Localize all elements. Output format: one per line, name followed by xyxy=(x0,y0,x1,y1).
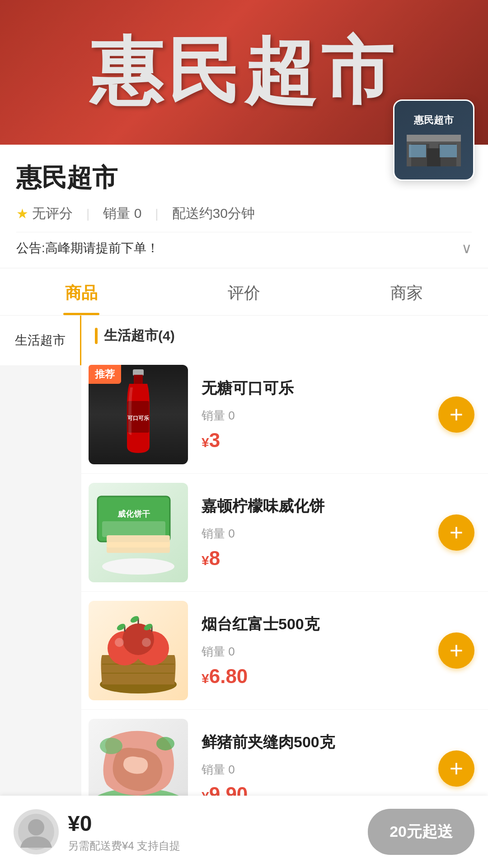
svg-point-15 xyxy=(102,558,174,575)
bottom-bar: ¥0 另需配送费¥4 支持自提 20元起送 xyxy=(0,796,488,868)
cola-bottle-svg: 可口可乐 xyxy=(120,369,156,460)
apple-svg xyxy=(93,605,183,696)
product-image-wrap-wafer: 威化饼干 xyxy=(89,483,188,582)
cart-total: ¥0 xyxy=(68,811,368,836)
category-header: 生活超市 (4) xyxy=(81,316,488,356)
wafer-svg: 威化饼干 xyxy=(93,487,183,578)
svg-point-34 xyxy=(100,738,122,754)
category-name: 生活超市 xyxy=(104,326,158,345)
svg-rect-5 xyxy=(409,145,426,157)
divider-1: | xyxy=(86,207,89,221)
recommend-badge-cola: 推荐 xyxy=(89,365,121,384)
plus-icon-apple: + xyxy=(450,639,463,662)
star-icon: ★ xyxy=(16,206,28,222)
checkout-button[interactable]: 20元起送 xyxy=(368,809,474,855)
cart-price-info: ¥0 另需配送费¥4 支持自提 xyxy=(68,811,368,853)
product-price-wafer: ¥8 xyxy=(202,547,429,570)
product-sales-wafer: 销量 0 xyxy=(202,526,429,542)
store-meta: ★ 无评分 | 销量 0 | 配送约30分钟 xyxy=(16,204,472,223)
add-to-cart-apple[interactable]: + xyxy=(438,632,474,669)
add-to-cart-wafer[interactable]: + xyxy=(438,514,474,551)
svg-point-25 xyxy=(115,638,124,647)
content-area: 生活超市 生活超市 (4) 推荐 xyxy=(0,316,488,828)
svg-text:威化饼干: 威化饼干 xyxy=(117,509,150,519)
divider-2: | xyxy=(155,207,158,221)
product-image-wafer: 威化饼干 xyxy=(89,483,188,582)
svg-point-37 xyxy=(28,819,44,835)
product-sales-apple: 销量 0 xyxy=(202,644,429,660)
store-thumbnail: 惠民超市 xyxy=(393,99,474,181)
product-name-apple: 烟台红富士500克 xyxy=(202,613,429,635)
product-info-wafer: 嘉顿柠檬味威化饼 销量 0 ¥8 xyxy=(197,495,429,570)
delivery-time: 配送约30分钟 xyxy=(172,204,255,223)
tabs-bar: 商品 评价 商家 xyxy=(0,269,488,316)
product-image-wrap-cola: 推荐 可口可乐 xyxy=(89,365,188,464)
product-info-cola: 无糖可口可乐 销量 0 ¥3 xyxy=(197,377,429,452)
svg-rect-3 xyxy=(427,148,441,166)
product-sales-meat: 销量 0 xyxy=(202,762,429,778)
tab-reviews[interactable]: 评价 xyxy=(163,269,325,315)
chevron-down-icon[interactable]: ∨ xyxy=(461,240,472,257)
svg-point-26 xyxy=(142,638,151,647)
tab-merchant[interactable]: 商家 xyxy=(325,269,488,315)
svg-rect-6 xyxy=(440,145,457,157)
notice-text: 公告:高峰期请提前下单！ xyxy=(16,240,159,257)
store-thumbnail-label: 惠民超市 xyxy=(414,114,454,127)
product-item-cola: 推荐 可口可乐 xyxy=(81,356,488,474)
sales-label: 销量 xyxy=(103,206,130,221)
product-image-wrap-apple xyxy=(89,601,188,700)
product-list: 生活超市 (4) 推荐 可口可乐 xyxy=(81,316,488,828)
svg-rect-14 xyxy=(102,521,165,537)
product-sales-cola: 销量 0 xyxy=(202,408,429,424)
cart-subtext: 另需配送费¥4 支持自提 xyxy=(68,839,368,853)
svg-point-35 xyxy=(156,737,174,750)
product-name-wafer: 嘉顿柠檬味威化饼 xyxy=(202,495,429,517)
avatar-icon xyxy=(18,814,54,850)
svg-rect-18 xyxy=(107,535,170,542)
tab-products[interactable]: 商品 xyxy=(0,269,163,315)
svg-rect-8 xyxy=(134,375,143,384)
plus-icon-meat: + xyxy=(450,757,463,780)
category-bar-indicator xyxy=(95,328,98,344)
add-to-cart-meat[interactable]: + xyxy=(438,750,474,787)
cart-avatar xyxy=(14,809,59,854)
product-price-cola: ¥3 xyxy=(202,429,429,452)
product-item-wafer: 威化饼干 嘉顿柠檬味威化饼 销量 0 ¥8 xyxy=(81,474,488,592)
product-name-meat: 鲜猪前夹缝肉500克 xyxy=(202,731,429,753)
product-price-apple: ¥6.80 xyxy=(202,665,429,688)
svg-rect-7 xyxy=(133,369,144,376)
sales-group: 销量 0 xyxy=(103,204,141,223)
sidebar-item-supermarket[interactable]: 生活超市 xyxy=(0,316,81,365)
plus-icon-wafer: + xyxy=(450,521,463,544)
category-count: (4) xyxy=(158,328,175,344)
product-info-apple: 烟台红富士500克 销量 0 ¥6.80 xyxy=(197,613,429,688)
product-info-meat: 鲜猪前夹缝肉500克 销量 0 ¥9.90 xyxy=(197,731,429,806)
rating-label: 无评分 xyxy=(32,204,73,223)
add-to-cart-cola[interactable]: + xyxy=(438,396,474,433)
product-image-apple xyxy=(89,601,188,700)
product-name-cola: 无糖可口可乐 xyxy=(202,377,429,399)
svg-rect-4 xyxy=(407,135,461,142)
store-thumbnail-inner: 惠民超市 xyxy=(394,101,473,179)
plus-icon-cola: + xyxy=(450,403,463,426)
sales-value: 0 xyxy=(134,206,142,221)
sidebar: 生活超市 xyxy=(0,316,81,828)
store-front-icon xyxy=(407,130,461,166)
rating-group: ★ 无评分 xyxy=(16,204,73,223)
product-item-apple: 烟台红富士500克 销量 0 ¥6.80 + xyxy=(81,592,488,710)
store-notice[interactable]: 公告:高峰期请提前下单！ ∨ xyxy=(16,232,472,257)
